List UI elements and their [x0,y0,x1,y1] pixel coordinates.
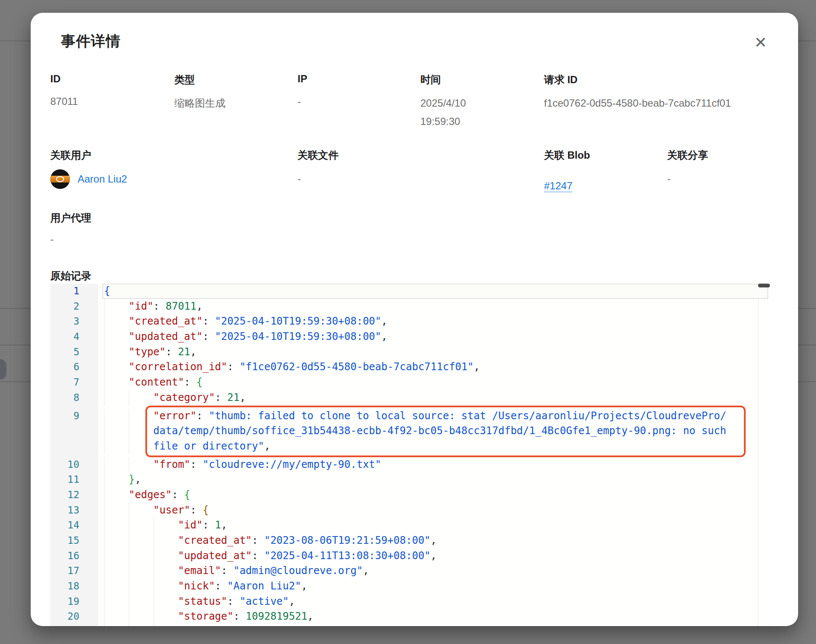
code-token [104,300,129,312]
code-token: "updated_at" [178,550,252,562]
code-token [104,392,153,403]
close-button[interactable]: ✕ [749,32,772,54]
code-token: "type" [129,346,166,358]
code-line: 6 "correlation_id": "f1ce0762-0d55-4580-… [50,360,770,375]
code-token [104,346,129,358]
line-number: 7 [50,375,98,390]
code-text: "updated_at": "2025-04-11T13:08:30+08:00… [98,548,770,564]
code-token: "email" [178,565,221,577]
code-token: "avatar" [178,626,227,626]
field-label: 用户代理 [50,211,91,225]
code-line: 2 "id": 87011, [50,299,770,314]
code-text: "type": 21, [98,345,770,360]
code-token: "admin@cloudreve.org" [233,565,362,577]
code-text: "storage": 1092819521, [98,609,770,624]
field-label: 关联 Blob [544,148,667,162]
code-token [104,565,178,577]
code-token: "user" [153,504,191,516]
field-label: 时间 [420,73,544,87]
code-token: , [307,610,313,622]
code-token: "created_at" [178,534,252,546]
code-token [104,410,153,422]
code-token: : [215,580,227,592]
field-value: 2025/4/10 19:59:30 [420,94,485,131]
line-number: 10 [50,457,98,473]
code-text: "error": "thumb: failed to clone to loca… [98,409,770,424]
code-token: "Aaron Liu2" [227,580,301,592]
line-number: 18 [50,579,98,594]
code-token: "category" [153,392,215,403]
code-line: 18 "nick": "Aaron Liu2", [50,579,770,594]
code-token: "nick" [178,580,215,592]
code-token [104,489,129,501]
field-linked-file: 关联文件 - [298,148,544,192]
code-text: "email": "admin@cloudreve.org", [98,563,770,579]
code-token: , [301,580,307,592]
code-line: 9 "error": "thumb: failed to clone to lo… [50,409,770,424]
line-number: 19 [50,594,98,609]
drawer-handle [0,359,6,380]
field-value: - [298,92,420,110]
code-line: 1{ [50,284,770,299]
code-token [104,315,129,327]
code-line: 8 "category": 21, [50,390,770,406]
code-line: 13 "user": { [50,503,770,518]
avatar-emblem [56,176,64,182]
code-token: "2025-04-10T19:59:30+08:00" [215,315,381,327]
field-label: 关联用户 [50,148,298,162]
code-line: 3 "created_at": "2025-04-10T19:59:30+08:… [50,314,770,329]
line-number: 15 [50,533,98,548]
avatar[interactable] [50,169,70,189]
code-token [104,376,129,388]
linked-user-link[interactable]: Aaron Liu2 [78,173,127,185]
code-token: , [381,331,387,342]
code-token: : [233,610,246,622]
code-token: , [264,440,270,452]
code-token: : [153,300,166,312]
line-number: 8 [50,390,98,406]
field-request-id: 请求 ID f1ce0762-0d55-4580-beab-7cabc711cf… [544,73,780,131]
code-token: "content" [129,376,184,388]
field-time: 时间 2025/4/10 19:59:30 [420,73,544,131]
code-line: 16 "updated_at": "2025-04-11T13:08:30+08… [50,548,770,564]
code-text: "created_at": "2025-04-10T19:59:30+08:00… [98,314,770,329]
code-text: "id": 1, [98,518,770,533]
code-token: 21 [178,346,190,358]
code-token [104,504,153,516]
code-token: data/temp/thumb/soffice_31b54438-ecbb-4f… [153,425,726,437]
code-token: , [221,519,227,531]
code-token: "2023-08-06T19:21:59+08:00" [264,534,431,546]
field-value: 87011 [50,92,174,110]
code-token: 87011 [166,300,197,312]
code-line: 4 "updated_at": "2025-04-10T19:59:30+08:… [50,329,770,345]
blob-link[interactable]: #1247 [544,180,573,192]
linked-user: Aaron Liu2 [50,169,298,189]
error-highlight-box: 9 "error": "thumb: failed to clone to lo… [50,409,770,454]
line-number: 13 [50,503,98,518]
line-number: 9 [50,409,98,424]
code-text: "correlation_id": "f1ce0762-0d55-4580-be… [98,360,770,375]
code-token [104,331,129,342]
code-token: : [203,519,215,531]
field-ip: IP - [298,73,420,131]
code-token [104,440,153,452]
code-line: file or directory", [50,439,770,454]
line-number [50,424,98,439]
code-token: : [172,489,184,501]
field-label: 请求 ID [544,73,780,87]
code-line: 12 "edges": { [50,487,770,503]
code-token: : [227,626,240,626]
raw-record-editor[interactable]: 1{2 "id": 87011,3 "created_at": "2025-04… [50,284,770,626]
line-number: 17 [50,563,98,579]
code-token: "id" [129,300,153,312]
line-number: 1 [50,284,98,299]
code-token: 21 [227,392,240,403]
line-number: 2 [50,299,98,314]
code-text: { [98,284,770,299]
field-value: 缩略图生成 [174,94,298,112]
code-token: , [474,361,480,373]
code-text: "content": { [98,375,770,390]
field-linked-blob: 关联 Blob #1247 [544,148,667,192]
code-token: : [203,315,215,327]
code-token: file or directory" [153,440,264,452]
